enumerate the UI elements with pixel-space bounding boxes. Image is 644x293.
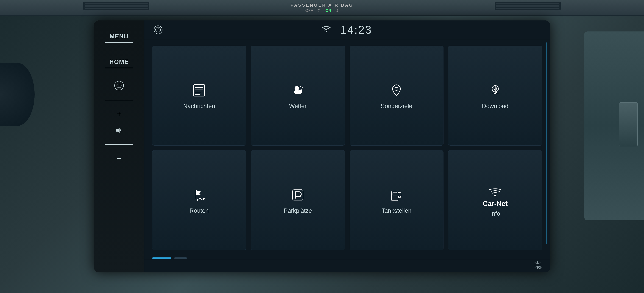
menu-button[interactable]: MENU: [110, 33, 128, 40]
app-tile-tankstellen[interactable]: Tankstellen: [350, 150, 444, 250]
download-icon: [488, 83, 502, 100]
svg-point-27: [494, 194, 496, 196]
scroll-dot-2[interactable]: [174, 257, 187, 259]
info-icon[interactable]: [154, 26, 162, 34]
info-label: Info: [490, 210, 500, 217]
volume-minus-button[interactable]: −: [117, 154, 121, 162]
app-tile-parkplaetze[interactable]: Parkplätze: [251, 150, 345, 250]
wetter-label: Wetter: [289, 103, 306, 110]
svg-point-5: [158, 28, 158, 29]
download-label: Download: [482, 103, 508, 110]
sonderziele-label: Sonderziele: [381, 103, 412, 110]
screen-main: 14:23: [144, 21, 550, 272]
volume-plus-button[interactable]: +: [117, 110, 121, 118]
status-bar: 14:23: [144, 21, 550, 39]
menu-underline: [105, 42, 133, 43]
content-area: Nachrichten W: [144, 39, 550, 256]
svg-point-28: [536, 263, 539, 266]
steering-wheel-area: [0, 63, 34, 126]
sound-line: [105, 144, 133, 145]
routen-icon: [192, 188, 206, 204]
time-display: 14:23: [340, 23, 372, 36]
right-panel: [584, 32, 644, 220]
scroll-indicators: [144, 256, 550, 260]
wifi-icon: [322, 25, 331, 35]
svg-point-16: [395, 87, 398, 91]
car-interior: PASSENGER AIR BAG OFF ⚙ ON ⊗ MENU: [0, 0, 644, 293]
wetter-icon: [291, 83, 305, 100]
scroll-dot-1[interactable]: [152, 257, 171, 259]
svg-marker-2: [116, 128, 120, 133]
airbag-on-label: ON: [326, 8, 331, 13]
airbag-status-icon: ⚙: [318, 9, 321, 13]
sound-icon[interactable]: [115, 127, 123, 135]
svg-point-22: [203, 198, 204, 199]
parkplaetze-icon: [291, 188, 305, 204]
app-tile-info[interactable]: Car-Net Info: [448, 150, 542, 250]
volume-line: [105, 100, 133, 100]
svg-point-6: [326, 31, 327, 33]
routen-label: Routen: [190, 207, 209, 214]
vent-left: [83, 2, 150, 10]
nachrichten-label: Nachrichten: [183, 103, 215, 110]
home-underline: [105, 68, 133, 68]
parkplaetze-label: Parkplätze: [284, 207, 312, 214]
vertical-divider: [546, 43, 547, 244]
door-handle: [619, 102, 638, 146]
home-button[interactable]: HOME: [110, 59, 129, 65]
tankstellen-label: Tankstellen: [382, 207, 412, 214]
nachrichten-icon: [192, 83, 206, 100]
svg-line-13: [300, 86, 300, 87]
svg-line-14: [302, 88, 302, 88]
vent-right: [494, 2, 561, 10]
airbag-off-label: OFF: [305, 8, 313, 13]
tankstellen-icon: [390, 188, 404, 204]
app-tile-routen[interactable]: Routen: [152, 150, 246, 250]
app-tile-wetter[interactable]: Wetter: [251, 46, 345, 146]
power-button[interactable]: [114, 81, 124, 90]
screen-bezel: MENU HOME + −: [94, 21, 550, 272]
svg-rect-25: [393, 192, 397, 195]
left-controls-panel: MENU HOME + −: [94, 21, 144, 272]
settings-button[interactable]: [533, 260, 542, 272]
info-carnet-icon: Car-Net: [483, 185, 508, 207]
svg-point-12: [294, 86, 299, 91]
airbag-prohibit-icon: ⊗: [336, 9, 338, 13]
bottom-bar: [144, 260, 550, 272]
airbag-text: PASSENGER AIR BAG: [290, 3, 354, 8]
app-tile-nachrichten[interactable]: Nachrichten: [152, 46, 246, 146]
app-tile-sonderziele[interactable]: Sonderziele: [350, 46, 444, 146]
apps-grid: Nachrichten W: [144, 39, 550, 256]
app-tile-download[interactable]: Download: [448, 46, 542, 146]
sonderziele-icon: [390, 83, 404, 100]
svg-line-15: [301, 90, 302, 90]
power-icon: [116, 83, 122, 88]
